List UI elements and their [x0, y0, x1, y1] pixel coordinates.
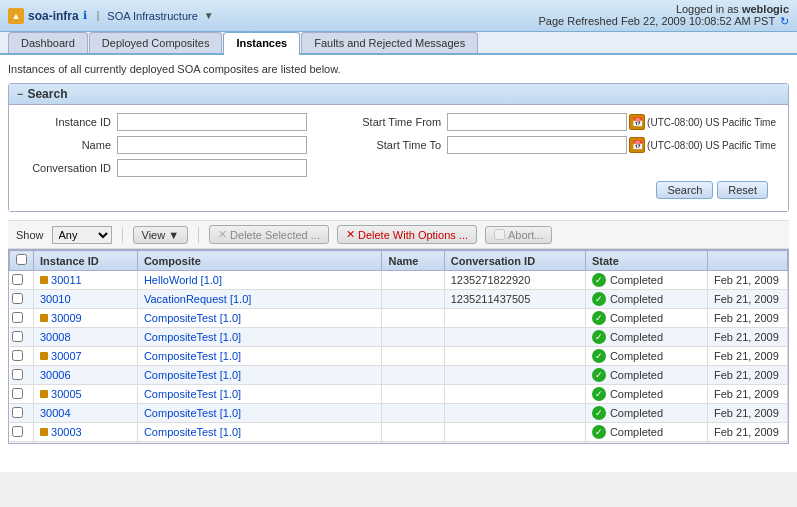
completed-icon: ✓ [592, 273, 606, 287]
row-checkbox[interactable] [12, 426, 23, 437]
instance-id-link[interactable]: 30010 [40, 293, 71, 305]
instances-table: Instance ID Composite Name Conversation … [9, 250, 788, 444]
composite-link[interactable]: CompositeTest [1.0] [144, 312, 241, 324]
row-checkbox[interactable] [12, 274, 23, 285]
instance-id-link[interactable]: 30006 [40, 369, 71, 381]
state-cell: ✓ Completed [585, 271, 707, 290]
instance-id-link[interactable]: 30007 [51, 350, 82, 362]
instance-id-link[interactable]: 30003 [51, 426, 82, 438]
table-row[interactable]: 30011 HelloWorld [1.0] 1235271822920 ✓ C… [10, 271, 788, 290]
delete-with-options-button[interactable]: ✕ Delete With Options ... [337, 225, 477, 244]
date-cell: Feb 21, 2009 [708, 423, 788, 442]
tab-faults[interactable]: Faults and Rejected Messages [301, 32, 478, 53]
name-input[interactable] [117, 136, 307, 154]
tab-deployed-composites[interactable]: Deployed Composites [89, 32, 223, 53]
start-time-from-row: Start Time From 📅 (UTC-08:00) US Pacific… [351, 113, 776, 131]
instance-id-input[interactable] [117, 113, 307, 131]
composite-link[interactable]: VacationRequest [1.0] [144, 293, 251, 305]
row-checkbox-cell[interactable] [10, 423, 34, 442]
composite-link[interactable]: CompositeTest [1.0] [144, 369, 241, 381]
row-checkbox[interactable] [12, 350, 23, 361]
composite-cell: CompositeTest [1.0] [137, 442, 382, 445]
row-checkbox[interactable] [12, 293, 23, 304]
instance-id-link[interactable]: 30005 [51, 388, 82, 400]
abort-button[interactable]: Abort... [485, 226, 552, 244]
table-row[interactable]: 30009 CompositeTest [1.0] ✓ Completed Fe… [10, 309, 788, 328]
conversation-id-row: Conversation ID [21, 159, 331, 177]
table-row[interactable]: 30005 CompositeTest [1.0] ✓ Completed Fe… [10, 385, 788, 404]
table-row[interactable]: 30004 CompositeTest [1.0] ✓ Completed Fe… [10, 404, 788, 423]
conversation-id-cell [444, 385, 585, 404]
composite-link[interactable]: HelloWorld [1.0] [144, 274, 222, 286]
show-select[interactable]: Any Running Completed Faulted Suspended [52, 226, 112, 244]
table-row[interactable]: 30002 CompositeTest [1.0] ✓ Completed Fe… [10, 442, 788, 445]
col-header-instance-id[interactable]: Instance ID [34, 251, 138, 271]
instance-id-cell: 30005 [34, 385, 138, 404]
date-cell: Feb 21, 2009 [708, 347, 788, 366]
search-left-col: Instance ID Name Conversation ID [21, 113, 331, 177]
state-label: Completed [610, 293, 663, 305]
instance-id-link[interactable]: 30009 [51, 312, 82, 324]
row-checkbox[interactable] [12, 331, 23, 342]
conversation-id-input[interactable] [117, 159, 307, 177]
composite-link[interactable]: CompositeTest [1.0] [144, 388, 241, 400]
date-cell: Feb 21, 2009 [708, 309, 788, 328]
instance-id-link[interactable]: 30011 [51, 274, 82, 286]
composite-link[interactable]: CompositeTest [1.0] [144, 331, 241, 343]
col-header-state[interactable]: State [585, 251, 707, 271]
reset-button[interactable]: Reset [717, 181, 768, 199]
select-all-checkbox[interactable] [16, 254, 27, 265]
info-icon[interactable]: ℹ [83, 9, 87, 22]
row-checkbox-cell[interactable] [10, 271, 34, 290]
name-cell [382, 328, 444, 347]
composite-link[interactable]: CompositeTest [1.0] [144, 426, 241, 438]
table-row[interactable]: 30006 CompositeTest [1.0] ✓ Completed Fe… [10, 366, 788, 385]
tab-dashboard[interactable]: Dashboard [8, 32, 88, 53]
table-row[interactable]: 30003 CompositeTest [1.0] ✓ Completed Fe… [10, 423, 788, 442]
view-button[interactable]: View ▼ [133, 226, 189, 244]
table-row[interactable]: 30007 CompositeTest [1.0] ✓ Completed Fe… [10, 347, 788, 366]
header-left: ▲ soa-infra ℹ | SOA Infrastructure ▼ [8, 8, 214, 24]
conversation-id-cell [444, 423, 585, 442]
row-checkbox-cell[interactable] [10, 290, 34, 309]
start-time-from-input[interactable] [447, 113, 627, 131]
row-checkbox[interactable] [12, 388, 23, 399]
row-marker [40, 276, 48, 284]
row-checkbox-cell[interactable] [10, 328, 34, 347]
calendar-from-icon[interactable]: 📅 [629, 114, 645, 130]
soa-label: SOA Infrastructure [107, 10, 197, 22]
row-checkbox[interactable] [12, 312, 23, 323]
col-header-composite[interactable]: Composite [137, 251, 382, 271]
row-checkbox-cell[interactable] [10, 385, 34, 404]
composite-link[interactable]: CompositeTest [1.0] [144, 407, 241, 419]
search-panel-header[interactable]: −Search [9, 84, 788, 105]
row-checkbox-cell[interactable] [10, 309, 34, 328]
col-header-conversation-id[interactable]: Conversation ID [444, 251, 585, 271]
start-time-to-row: Start Time To 📅 (UTC-08:00) US Pacific T… [351, 136, 776, 154]
name-row: Name [21, 136, 331, 154]
page-description: Instances of all currently deployed SOA … [8, 63, 789, 75]
row-checkbox[interactable] [12, 369, 23, 380]
calendar-to-icon[interactable]: 📅 [629, 137, 645, 153]
start-time-to-input[interactable] [447, 136, 627, 154]
instances-table-container[interactable]: Instance ID Composite Name Conversation … [8, 249, 789, 444]
delete-selected-button[interactable]: ✕ Delete Selected ... [209, 225, 329, 244]
search-button[interactable]: Search [656, 181, 713, 199]
row-checkbox[interactable] [12, 407, 23, 418]
instance-id-link[interactable]: 30004 [40, 407, 71, 419]
table-row[interactable]: 30010 VacationRequest [1.0] 123521143750… [10, 290, 788, 309]
composite-link[interactable]: CompositeTest [1.0] [144, 350, 241, 362]
refresh-icon[interactable]: ↻ [780, 15, 789, 27]
tab-instances[interactable]: Instances [223, 32, 300, 55]
row-checkbox-cell[interactable] [10, 442, 34, 445]
row-checkbox-cell[interactable] [10, 347, 34, 366]
instance-id-link[interactable]: 30008 [40, 331, 71, 343]
col-header-name[interactable]: Name [382, 251, 444, 271]
completed-icon: ✓ [592, 349, 606, 363]
abort-checkbox[interactable] [494, 229, 505, 240]
toolbar-separator-2 [198, 227, 199, 243]
table-row[interactable]: 30008 CompositeTest [1.0] ✓ Completed Fe… [10, 328, 788, 347]
row-checkbox-cell[interactable] [10, 404, 34, 423]
row-checkbox-cell[interactable] [10, 366, 34, 385]
dropdown-arrow[interactable]: ▼ [204, 10, 214, 21]
